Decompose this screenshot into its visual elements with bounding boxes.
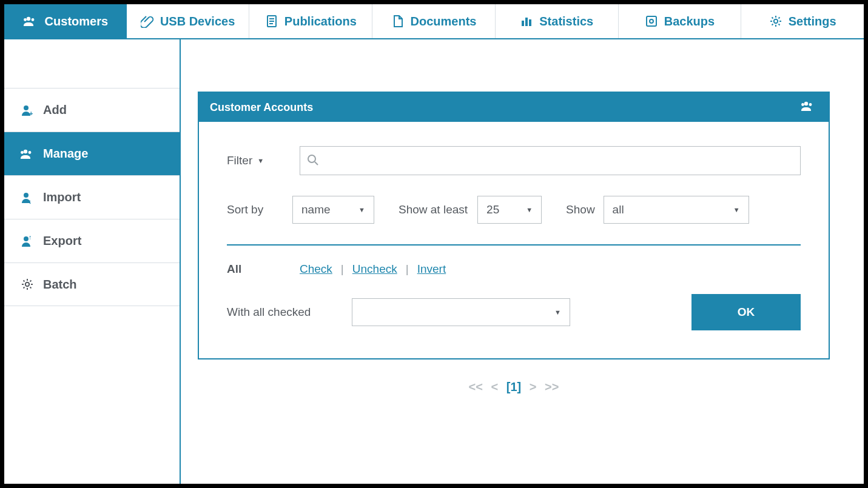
sidebar-item-export[interactable]: ↑ Export [4, 219, 180, 262]
sort-value: name [301, 203, 331, 216]
tab-settings[interactable]: Settings [741, 4, 864, 38]
filter-input[interactable] [323, 155, 794, 167]
with-checked-label: With all checked [227, 306, 336, 319]
gear-icon [20, 278, 35, 291]
page-icon [391, 15, 405, 28]
caret-down-icon: ▼ [257, 157, 264, 164]
top-tabs: Customers USB Devices Publications Docum… [4, 4, 864, 39]
customer-accounts-panel: Customer Accounts Filter ▼ [198, 92, 830, 359]
invert-selection-link[interactable]: Invert [417, 262, 446, 276]
tab-publications[interactable]: Publications [249, 4, 372, 38]
group-icon [20, 147, 35, 161]
select-all-label: All [227, 262, 300, 276]
filter-search-box[interactable] [300, 146, 801, 175]
pager-current: [1] [506, 380, 521, 393]
show-label: Show [566, 203, 595, 216]
sidebar-item-label: Batch [43, 278, 77, 292]
pager-next[interactable]: > [530, 380, 537, 393]
uncheck-all-link[interactable]: Uncheck [352, 262, 397, 276]
tab-documents[interactable]: Documents [372, 4, 496, 38]
show-at-least-value: 25 [486, 203, 499, 216]
sidebar: + Add Manage ↓ Import ↑ Export Batch [4, 39, 181, 484]
with-checked-select[interactable]: ▼ [352, 298, 570, 326]
pager-prev[interactable]: < [491, 380, 499, 393]
user-import-icon: ↓ [20, 191, 35, 204]
tab-label: Publications [284, 15, 357, 28]
ok-button[interactable]: OK [691, 294, 801, 330]
tab-label: Statistics [539, 15, 593, 28]
sidebar-item-label: Add [43, 103, 67, 117]
tab-label: Documents [411, 15, 477, 28]
panel-divider [227, 244, 801, 246]
caret-down-icon: ▼ [358, 206, 365, 213]
show-value: all [613, 203, 624, 216]
sidebar-item-manage[interactable]: Manage [4, 132, 180, 175]
paperclip-icon [141, 15, 154, 28]
bar-chart-icon [520, 15, 533, 28]
user-export-icon: ↑ [20, 235, 35, 248]
caret-down-icon: ▼ [554, 309, 561, 316]
svg-text:↓: ↓ [29, 198, 32, 204]
search-icon [306, 153, 318, 168]
tab-backups[interactable]: Backups [619, 4, 742, 38]
sidebar-item-import[interactable]: ↓ Import [4, 175, 180, 219]
sort-label: Sort by [227, 203, 280, 216]
filter-label: Filter [227, 154, 252, 167]
tab-label: Backups [664, 15, 715, 28]
pager-last[interactable]: >> [545, 380, 559, 393]
content-area: Customer Accounts Filter ▼ [181, 39, 864, 484]
link-separator: | [406, 262, 409, 276]
svg-text:↑: ↑ [29, 235, 32, 241]
tab-label: Customers [45, 15, 108, 28]
svg-text:+: + [29, 110, 33, 117]
filter-dropdown-toggle[interactable]: Filter ▼ [227, 154, 300, 167]
sidebar-item-add[interactable]: + Add [4, 88, 180, 132]
sidebar-item-batch[interactable]: Batch [4, 262, 180, 306]
gear-icon [769, 15, 782, 28]
disk-icon [645, 15, 658, 28]
tab-usb-devices[interactable]: USB Devices [127, 4, 250, 38]
tab-label: USB Devices [160, 15, 235, 28]
caret-down-icon: ▼ [526, 206, 533, 213]
pagination: << < [1] > >> [198, 380, 830, 394]
sort-by-select[interactable]: name ▼ [292, 196, 374, 224]
show-at-least-select[interactable]: 25 ▼ [477, 196, 542, 224]
sidebar-item-label: Manage [43, 147, 88, 161]
sidebar-item-label: Import [43, 190, 81, 204]
tab-statistics[interactable]: Statistics [496, 4, 619, 38]
sidebar-item-label: Export [43, 234, 81, 248]
caret-down-icon: ▼ [733, 206, 740, 213]
panel-title: Customer Accounts [210, 101, 313, 114]
show-at-least-label: Show at least [399, 203, 468, 216]
tab-label: Settings [789, 15, 836, 28]
group-icon [801, 99, 818, 116]
show-select[interactable]: all ▼ [604, 196, 749, 224]
check-all-link[interactable]: Check [300, 262, 332, 276]
tab-customers[interactable]: Customers [4, 4, 127, 38]
group-icon [23, 15, 39, 28]
pager-first[interactable]: << [469, 380, 483, 393]
link-separator: | [341, 262, 344, 276]
user-add-icon: + [20, 104, 35, 117]
doc-list-icon [265, 15, 278, 28]
